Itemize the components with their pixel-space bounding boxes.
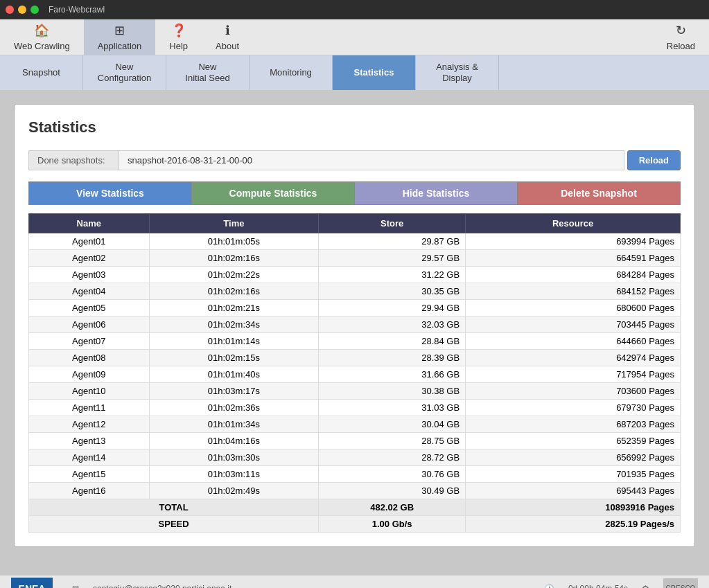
- menu-reload-label: Reload: [667, 41, 695, 51]
- menu-label-web-crawling: Web Crawling: [14, 41, 70, 51]
- menu-label-help: Help: [169, 41, 188, 51]
- cell-store: 30.35 GB: [319, 283, 466, 300]
- table-row: Agent0101h:01m:05s29.87 GB693994 Pages: [29, 233, 681, 250]
- speed-row: SPEED1.00 Gb/s2825.19 Pages/s: [29, 516, 681, 533]
- maximize-btn[interactable]: [30, 6, 39, 14]
- menu-item-help[interactable]: ❓ Help: [155, 19, 202, 55]
- reload-icon: ↻: [676, 23, 686, 38]
- grid-icon: ⊞: [114, 23, 125, 38]
- snapshot-reload-button[interactable]: Reload: [627, 150, 681, 170]
- cell-name: Agent05: [29, 300, 150, 317]
- close-btn[interactable]: [6, 6, 14, 14]
- hide-statistics-button[interactable]: Hide Statistics: [354, 181, 517, 205]
- table-row: Agent0801h:02m:15s28.39 GB642974 Pages: [29, 350, 681, 366]
- cell-store: 28.75 GB: [319, 433, 466, 449]
- tab-new-configuration-label: NewConfiguration: [98, 62, 151, 83]
- cresco-logo: CRESCO: [663, 578, 698, 589]
- tab-snapshot-label: Snapshot: [22, 67, 60, 78]
- cell-name: Agent15: [29, 466, 150, 483]
- tab-new-initial-seed[interactable]: NewInitial Seed: [166, 55, 250, 90]
- menu-item-application[interactable]: ⊞ Application: [84, 19, 156, 55]
- table-row: Agent1401h:03m:30s28.72 GB656992 Pages: [29, 449, 681, 466]
- cell-resource: 664591 Pages: [466, 250, 681, 267]
- help-icon: ❓: [171, 23, 186, 38]
- snapshot-row: Done snapshots: snapshot-2016-08-31-21-0…: [28, 150, 681, 170]
- tab-monitoring[interactable]: Monitoring: [250, 55, 333, 90]
- stats-title: Statistics: [28, 118, 681, 136]
- info-icon: ℹ: [225, 23, 230, 38]
- menu-item-web-crawling[interactable]: 🏠 Web Crawling: [0, 19, 84, 55]
- cell-time: 01h:02m:16s: [149, 283, 319, 300]
- table-row: Agent1501h:03m:11s30.76 GB701935 Pages: [29, 466, 681, 483]
- table-row: Agent0201h:02m:16s29.57 GB664591 Pages: [29, 250, 681, 267]
- total-row: TOTAL482.02 GB10893916 Pages: [29, 499, 681, 516]
- window-title: Faro-Webcrawl: [49, 5, 105, 15]
- cell-resource: 652359 Pages: [466, 433, 681, 449]
- cell-name: Agent02: [29, 250, 150, 267]
- cell-time: 01h:03m:30s: [149, 449, 319, 466]
- cell-time: 01h:02m:15s: [149, 350, 319, 366]
- col-header-resource: Resource: [466, 214, 681, 233]
- tab-statistics[interactable]: Statistics: [333, 55, 416, 90]
- tab-new-configuration[interactable]: NewConfiguration: [83, 55, 166, 90]
- menu-label-about: About: [216, 41, 239, 51]
- cell-name: Agent16: [29, 483, 150, 499]
- cell-name: Agent11: [29, 400, 150, 416]
- col-header-time: Time: [149, 214, 319, 233]
- table-row: Agent1101h:02m:36s31.03 GB679730 Pages: [29, 400, 681, 416]
- cell-time: 01h:04m:16s: [149, 433, 319, 449]
- tab-analysis-display[interactable]: Analysis &Display: [416, 55, 499, 90]
- cell-resource: 701935 Pages: [466, 466, 681, 483]
- stats-panel: Statistics Done snapshots: snapshot-2016…: [14, 104, 695, 547]
- cell-resource: 695443 Pages: [466, 483, 681, 499]
- cell-store: 30.76 GB: [319, 466, 466, 483]
- table-row: Agent1001h:03m:17s30.38 GB703600 Pages: [29, 383, 681, 400]
- cell-time: 01h:02m:34s: [149, 317, 319, 333]
- table-row: Agent1601h:02m:49s30.49 GB695443 Pages: [29, 483, 681, 499]
- cell-name: Agent12: [29, 416, 150, 433]
- cell-name: Agent09: [29, 366, 150, 383]
- cell-time: 01h:03m:11s: [149, 466, 319, 483]
- tab-snapshot[interactable]: Snapshot: [0, 55, 83, 90]
- delete-snapshot-button[interactable]: Delete Snapshot: [517, 181, 681, 205]
- menu-label-application: Application: [98, 41, 142, 51]
- cell-resource: 684152 Pages: [466, 283, 681, 300]
- enea-logo: ENEA: [11, 578, 53, 589]
- action-buttons: View Statistics Compute Statistics Hide …: [28, 181, 681, 205]
- cell-name: Agent01: [29, 233, 150, 250]
- cell-store: 31.66 GB: [319, 366, 466, 383]
- table-row: Agent0501h:02m:21s29.94 GB680600 Pages: [29, 300, 681, 317]
- cell-name: Agent07: [29, 333, 150, 350]
- statistics-table: Name Time Store Resource Agent0101h:01m:…: [28, 213, 681, 533]
- cresco-logo-text: CRESCO: [666, 585, 696, 588]
- cell-time: 01h:02m:22s: [149, 267, 319, 283]
- footer-timer-icon: 🕐: [544, 584, 554, 589]
- cell-resource: 687203 Pages: [466, 416, 681, 433]
- cell-name: Agent10: [29, 383, 150, 400]
- cell-store: 29.94 GB: [319, 300, 466, 317]
- cell-store: 31.22 GB: [319, 267, 466, 283]
- view-statistics-button[interactable]: View Statistics: [28, 181, 191, 205]
- enea-logo-text: ENEA: [19, 583, 46, 589]
- cell-name: Agent13: [29, 433, 150, 449]
- cell-store: 30.49 GB: [319, 483, 466, 499]
- cell-time: 01h:01m:14s: [149, 333, 319, 350]
- cell-resource: 717954 Pages: [466, 366, 681, 383]
- menu-item-about[interactable]: ℹ About: [202, 19, 253, 55]
- cell-store: 31.03 GB: [319, 400, 466, 416]
- cell-name: Agent04: [29, 283, 150, 300]
- cell-store: 30.38 GB: [319, 383, 466, 400]
- tab-new-initial-seed-label: NewInitial Seed: [185, 62, 229, 83]
- cell-time: 01h:01m:05s: [149, 233, 319, 250]
- snapshot-label: Done snapshots:: [28, 150, 119, 170]
- cell-store: 28.72 GB: [319, 449, 466, 466]
- menu-bar: 🏠 Web Crawling ⊞ Application ❓ Help ℹ Ab…: [0, 19, 709, 55]
- cell-name: Agent03: [29, 267, 150, 283]
- minimize-btn[interactable]: [18, 6, 26, 14]
- cell-resource: 644660 Pages: [466, 333, 681, 350]
- cell-time: 01h:01m:40s: [149, 366, 319, 383]
- menu-reload-button[interactable]: ↻ Reload: [653, 19, 709, 55]
- col-header-name: Name: [29, 214, 150, 233]
- compute-statistics-button[interactable]: Compute Statistics: [191, 181, 354, 205]
- cell-resource: 679730 Pages: [466, 400, 681, 416]
